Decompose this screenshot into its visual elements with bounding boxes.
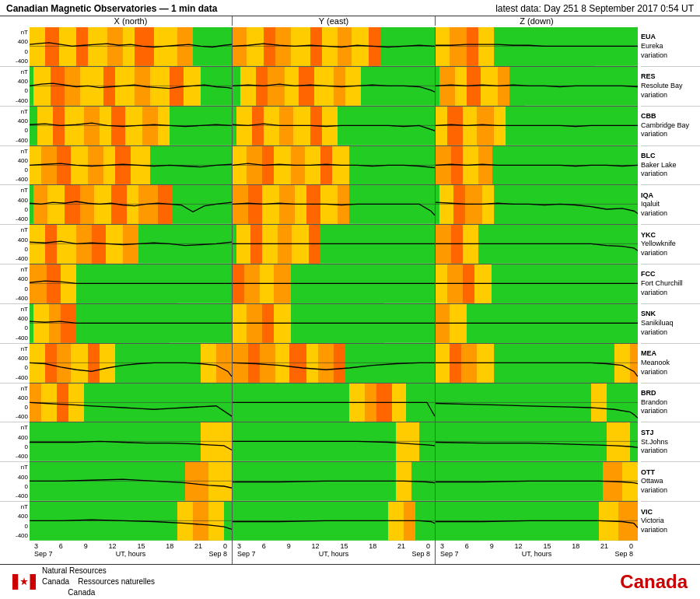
chart-column-y (233, 27, 436, 541)
svg-rect-130 (236, 107, 252, 145)
chart-ykc-x (30, 225, 232, 264)
svg-rect-185 (289, 344, 306, 383)
svg-rect-20 (150, 67, 170, 106)
svg-rect-121 (256, 67, 268, 106)
station-label-iqa: IQAIqaluitvariation (641, 185, 700, 225)
chart-column-z (436, 27, 638, 541)
svg-rect-219 (498, 67, 509, 106)
station-label-blc: BLCBaker Lakevariation (641, 146, 700, 186)
svg-rect-10 (177, 27, 193, 66)
svg-rect-183 (260, 344, 275, 383)
svg-rect-26 (53, 107, 65, 145)
nt-cell: nT4000-400 (0, 225, 30, 264)
nt-cell: nT4000-400 (0, 146, 30, 186)
col-label-z: Z (down) (436, 16, 638, 26)
svg-rect-100 (208, 462, 232, 501)
svg-rect-238 (453, 185, 465, 224)
chart-stj-z (436, 422, 638, 462)
chart-res-z (436, 67, 638, 107)
svg-rect-131 (252, 107, 264, 145)
svg-rect-209 (450, 27, 467, 66)
svg-rect-216 (455, 67, 467, 106)
nt-cell: nT4000-400 (0, 462, 30, 502)
svg-rect-217 (467, 67, 481, 106)
svg-rect-108 (233, 27, 247, 66)
svg-rect-150 (248, 185, 262, 224)
chart-column-x (30, 27, 233, 541)
chart-fcc-z (436, 264, 638, 304)
column-labels: X (north) Y (east) Z (down) (0, 16, 700, 27)
svg-rect-187 (318, 344, 334, 383)
svg-rect-37 (41, 146, 57, 185)
chart-snk-y (233, 304, 435, 344)
svg-rect-139 (233, 146, 247, 185)
footer-left: Natural Resources Canada Ressources natu… (12, 566, 155, 598)
svg-rect-60 (76, 225, 92, 264)
chart-brd-x (30, 384, 232, 423)
svg-rect-226 (477, 107, 494, 145)
y-axis-labels: nT4000-400 nT4000-400 nT4000-400 nT4000-… (0, 27, 30, 541)
svg-rect-2 (45, 27, 59, 66)
chart-blc-x (30, 146, 232, 186)
header: Canadian Magnetic Observatories — 1 min … (0, 0, 700, 16)
station-label-vic: VICVictoriavariation (641, 502, 700, 541)
svg-rect-13 (33, 67, 51, 106)
svg-rect-278 (622, 462, 638, 501)
col-label-y: Y (east) (233, 16, 436, 26)
svg-rect-274 (607, 422, 630, 461)
svg-rect-25 (37, 107, 53, 145)
station-label-mea: MEAMeanookvariation (641, 344, 700, 384)
svg-rect-237 (439, 185, 453, 224)
x-axis-col1: 369121518210 Sep 7UT, hoursSep 8 (30, 541, 233, 564)
svg-rect-52 (127, 185, 138, 224)
svg-rect-82 (88, 344, 100, 383)
svg-rect-33 (158, 107, 170, 145)
svg-rect-5 (88, 27, 107, 66)
svg-rect-67 (47, 264, 61, 303)
nt-cell: nT4000-400 (0, 185, 30, 225)
svg-rect-1 (30, 27, 45, 66)
station-label-ott: OTTOttawavariation (641, 462, 700, 502)
svg-rect-210 (467, 27, 478, 66)
svg-rect-142 (274, 146, 291, 185)
chart-mea-y (233, 344, 435, 384)
svg-rect-188 (334, 344, 345, 383)
svg-rect-93 (84, 384, 232, 422)
svg-rect-231 (451, 146, 463, 185)
nt-cell: nT4000-400 (0, 27, 30, 67)
station-label-eua: EUAEurekavariation (641, 27, 700, 67)
svg-rect-211 (478, 27, 494, 66)
svg-rect-109 (247, 27, 264, 66)
chart-iqa-z (436, 185, 638, 225)
nt-cell: nT4000-400 (0, 422, 30, 462)
svg-rect-224 (447, 107, 463, 145)
svg-rect-104 (193, 502, 208, 541)
svg-rect-86 (216, 344, 232, 383)
svg-rect-145 (320, 146, 332, 185)
chart-mea-z (436, 344, 638, 384)
chart-brd-y (233, 384, 435, 423)
x-axis: 369121518210 Sep 7UT, hoursSep 8 3691215… (0, 541, 700, 564)
chart-res-x (30, 67, 232, 107)
svg-rect-120 (240, 67, 256, 106)
svg-rect-122 (268, 67, 285, 106)
svg-rect-284 (12, 574, 19, 590)
svg-rect-58 (45, 225, 57, 264)
chart-eua-x (30, 27, 232, 67)
svg-rect-270 (436, 384, 638, 422)
svg-rect-124 (299, 67, 314, 106)
svg-rect-74 (61, 304, 76, 343)
svg-rect-218 (481, 67, 498, 106)
svg-rect-140 (247, 146, 262, 185)
svg-rect-28 (84, 107, 100, 145)
svg-rect-96 (201, 422, 232, 461)
svg-rect-81 (71, 344, 88, 383)
svg-rect-111 (275, 27, 291, 66)
svg-rect-36 (30, 146, 41, 185)
nt-cell: nT4000-400 (0, 107, 30, 146)
nt-cell: nT4000-400 (0, 384, 30, 423)
svg-rect-61 (92, 225, 106, 264)
svg-rect-230 (436, 146, 451, 185)
svg-rect-268 (630, 344, 638, 383)
svg-rect-113 (310, 27, 322, 66)
